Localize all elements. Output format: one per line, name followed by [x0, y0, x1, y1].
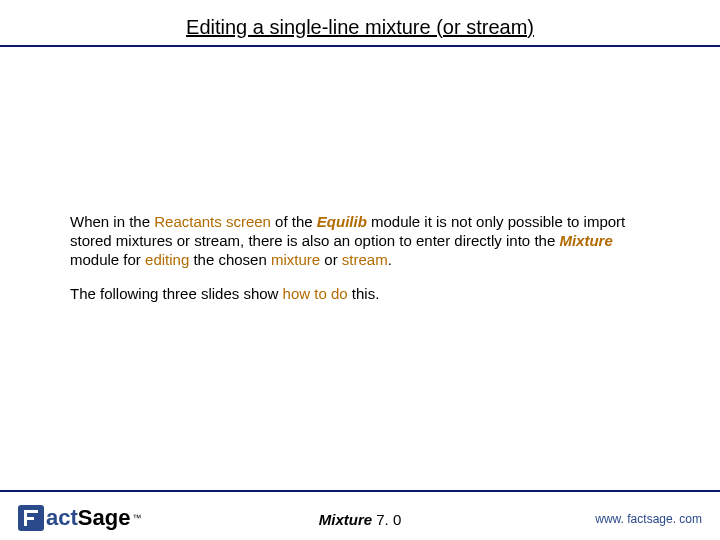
- footer-url: www. factsage. com: [595, 512, 702, 526]
- text: When in the: [70, 213, 154, 230]
- text: the chosen: [189, 251, 271, 268]
- keyword-reactants-screen: Reactants screen: [154, 213, 271, 230]
- keyword-equilib: Equilib: [317, 213, 367, 230]
- keyword-mixture-2: mixture: [271, 251, 320, 268]
- paragraph-2: The following three slides show how to d…: [70, 284, 660, 303]
- footer-divider: [0, 490, 720, 492]
- page-title: Editing a single-line mixture (or stream…: [186, 16, 534, 39]
- text: The following three slides show: [70, 285, 283, 302]
- text: .: [388, 251, 392, 268]
- keyword-editing: editing: [145, 251, 189, 268]
- text: of the: [271, 213, 317, 230]
- text: module for: [70, 251, 145, 268]
- module-version: 7. 0: [372, 511, 401, 528]
- keyword-how-to-do: how to do: [283, 285, 348, 302]
- text: or: [320, 251, 342, 268]
- keyword-mixture-1: Mixture: [559, 232, 612, 249]
- module-name: Mixture: [319, 511, 372, 528]
- text: this.: [348, 285, 380, 302]
- paragraph-1: When in the Reactants screen of the Equi…: [70, 212, 660, 270]
- header-divider: [0, 45, 720, 47]
- slide-body: When in the Reactants screen of the Equi…: [70, 212, 660, 317]
- keyword-stream: stream: [342, 251, 388, 268]
